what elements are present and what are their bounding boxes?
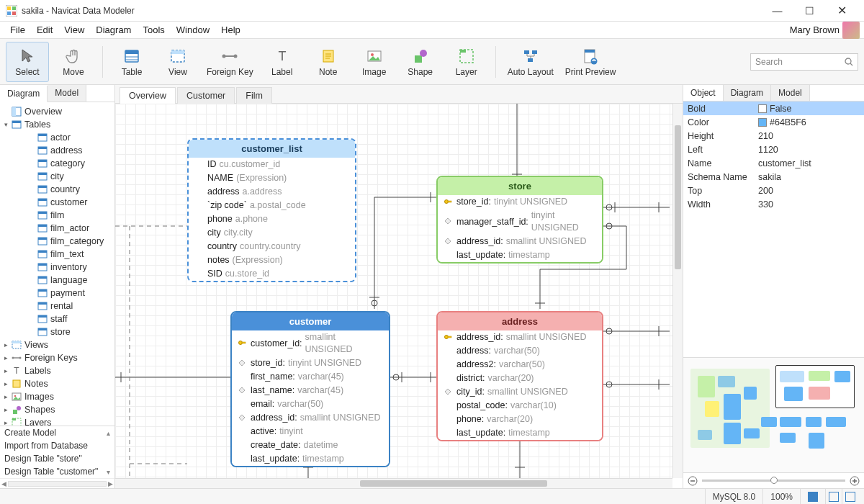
tree-table-address[interactable]: address xyxy=(0,144,114,157)
checkbox-icon[interactable] xyxy=(758,104,767,113)
entity-field[interactable]: district:varchar(20) xyxy=(438,372,602,385)
close-button[interactable]: ✕ xyxy=(826,0,858,22)
tool-select[interactable]: Select xyxy=(6,42,49,82)
tree-table-store[interactable]: store xyxy=(0,325,114,338)
entity-field[interactable]: first_name:varchar(45) xyxy=(232,370,389,384)
canvas-vertical-scrollbar[interactable] xyxy=(672,104,683,478)
tree-table-actor[interactable]: actor xyxy=(0,131,114,144)
property-row[interactable]: Namecustomer_list xyxy=(683,156,864,170)
tool-move[interactable]: Move xyxy=(52,42,95,82)
entity-field[interactable]: NAME(Expression) xyxy=(189,171,355,185)
entity-customer-list[interactable]: customer_list IDcu.customer_idNAME(Expre… xyxy=(187,138,356,282)
menu-file[interactable]: File xyxy=(4,22,31,37)
menu-view[interactable]: View xyxy=(58,22,90,37)
entity-field[interactable]: IDcu.customer_id xyxy=(189,158,355,171)
recent-action[interactable]: Design Table "customer"▾ xyxy=(0,465,114,478)
tree-group-notes[interactable]: ▸Notes xyxy=(0,377,114,390)
user-name-label[interactable]: Mary Brown xyxy=(790,24,840,35)
entity-field[interactable]: email:varchar(50) xyxy=(232,397,389,411)
entity-field[interactable]: `zip code`a.postal_code xyxy=(189,199,355,212)
status-view-mode-2[interactable] xyxy=(825,489,842,504)
entity-store[interactable]: store store_id:tinyint UNSIGNEDmanager_s… xyxy=(436,176,603,264)
tool-label[interactable]: TLabel xyxy=(261,42,304,82)
entity-field[interactable]: address_id:smallint UNSIGNED xyxy=(438,235,602,248)
left-tree[interactable]: Overview▾Tablesactoraddresscategorycityc… xyxy=(0,102,114,426)
entity-field[interactable]: address:varchar(50) xyxy=(438,344,602,358)
tab-customer[interactable]: Customer xyxy=(177,87,235,104)
tree-table-film[interactable]: film xyxy=(0,209,114,222)
tool-foreign-key[interactable]: Foreign Key xyxy=(202,42,258,82)
tree-table-inventory[interactable]: inventory xyxy=(0,261,114,274)
tree-overview[interactable]: Overview xyxy=(0,105,114,118)
tree-group-views[interactable]: ▸Views xyxy=(0,338,114,351)
entity-field[interactable]: active:tinyint xyxy=(232,425,389,438)
property-row[interactable]: Schema Namesakila xyxy=(683,170,864,184)
entity-field[interactable]: countrycountry.country xyxy=(189,240,355,253)
tree-group-labels[interactable]: ▸TLabels xyxy=(0,364,114,377)
entity-field[interactable]: addressa.address xyxy=(189,185,355,199)
right-tab-object[interactable]: Object xyxy=(683,85,724,101)
status-view-mode-3[interactable] xyxy=(842,489,858,504)
entity-field[interactable]: last_update:timestamp xyxy=(438,248,602,262)
property-row[interactable]: Width330 xyxy=(683,197,864,211)
tree-tables-group[interactable]: ▾Tables xyxy=(0,118,114,131)
property-row[interactable]: BoldFalse xyxy=(683,102,864,115)
user-avatar[interactable] xyxy=(842,22,860,39)
menu-help[interactable]: Help xyxy=(215,22,246,37)
entity-field[interactable]: SIDcu.store_id xyxy=(189,267,355,281)
entity-field[interactable]: store_id:tinyint UNSIGNED xyxy=(438,195,602,209)
tree-table-country[interactable]: country xyxy=(0,183,114,196)
tool-table[interactable]: Table xyxy=(110,42,153,82)
right-tab-diagram[interactable]: Diagram xyxy=(724,85,771,101)
menu-diagram[interactable]: Diagram xyxy=(90,22,137,37)
tool-note[interactable]: Note xyxy=(307,42,350,82)
tree-table-category[interactable]: category xyxy=(0,157,114,170)
tree-table-rental[interactable]: rental xyxy=(0,300,114,312)
entity-field[interactable]: store_id:tinyint UNSIGNED xyxy=(232,356,389,370)
menu-window[interactable]: Window xyxy=(171,22,215,37)
tab-overview[interactable]: Overview xyxy=(120,87,176,104)
property-row[interactable]: Color#64B5F6 xyxy=(683,115,864,129)
tree-table-film_text[interactable]: film_text xyxy=(0,248,114,261)
search-input[interactable]: Search xyxy=(750,53,858,71)
tool-view[interactable]: View xyxy=(156,42,199,82)
tree-group-foreign-keys[interactable]: ▸Foreign Keys xyxy=(0,351,114,364)
entity-field[interactable]: manager_staff_id:tinyint UNSIGNED xyxy=(438,209,602,235)
tool-layer[interactable]: Layer xyxy=(445,42,488,82)
entity-customer[interactable]: customer customer_id:smallint UNSIGNEDst… xyxy=(230,311,390,467)
minimap-zoom-bar[interactable] xyxy=(683,472,864,488)
recent-action[interactable]: Design Table "store" xyxy=(0,452,114,465)
minimap[interactable] xyxy=(683,357,864,472)
entity-field[interactable]: last_update:timestamp xyxy=(438,426,602,440)
entity-field[interactable]: last_name:varchar(45) xyxy=(232,384,389,397)
property-row[interactable]: Left1120 xyxy=(683,143,864,156)
entity-field[interactable]: citycity.city xyxy=(189,226,355,240)
recent-action[interactable]: Create Model▴ xyxy=(0,426,114,439)
entity-field[interactable]: phonea.phone xyxy=(189,212,355,226)
property-row[interactable]: Top200 xyxy=(683,184,864,197)
maximize-button[interactable]: ☐ xyxy=(793,0,826,22)
zoom-in-icon[interactable] xyxy=(850,476,860,486)
left-horizontal-scrollbar[interactable]: ◀▶ xyxy=(0,478,114,488)
tree-group-shapes[interactable]: ▸Shapes xyxy=(0,403,114,416)
tree-table-film_actor[interactable]: film_actor xyxy=(0,222,114,235)
status-view-mode-1[interactable] xyxy=(800,489,825,504)
zoom-out-icon[interactable] xyxy=(688,476,698,486)
entity-field[interactable]: address_id:smallint UNSIGNED xyxy=(232,411,389,425)
tree-table-customer[interactable]: customer xyxy=(0,196,114,209)
tool-shape[interactable]: Shape xyxy=(399,42,442,82)
right-tab-model[interactable]: Model xyxy=(771,85,810,101)
left-tab-diagram[interactable]: Diagram xyxy=(0,86,48,102)
tool-auto-layout[interactable]: Auto Layout xyxy=(503,42,558,82)
entity-field[interactable]: city_id:smallint UNSIGNED xyxy=(438,385,602,399)
property-grid[interactable]: BoldFalseColor#64B5F6Height210Left1120Na… xyxy=(683,102,864,211)
menu-tools[interactable]: Tools xyxy=(137,22,170,37)
tree-table-city[interactable]: city xyxy=(0,170,114,183)
tool-image[interactable]: Image xyxy=(353,42,396,82)
tool-print-preview[interactable]: Print Preview xyxy=(561,42,621,82)
tree-table-payment[interactable]: payment xyxy=(0,287,114,300)
entity-field[interactable]: last_update:timestamp xyxy=(232,452,389,466)
entity-field[interactable]: notes(Expression) xyxy=(189,253,355,267)
tree-group-layers[interactable]: ▸Layers xyxy=(0,416,114,426)
canvas-horizontal-scrollbar[interactable] xyxy=(115,478,672,488)
